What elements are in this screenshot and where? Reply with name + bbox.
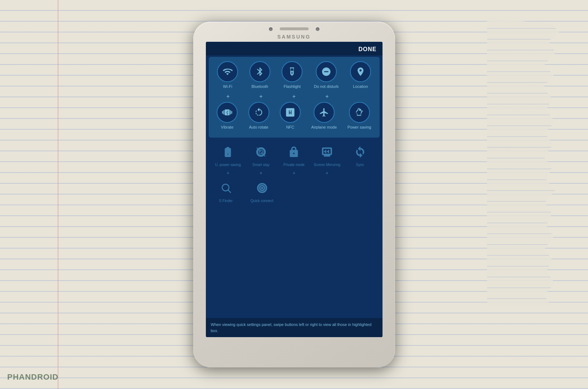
location-circle	[350, 61, 371, 82]
toggle-powersaving[interactable]: Power saving	[348, 102, 371, 130]
inactive-smartstay[interactable]: Smart stay	[247, 143, 275, 167]
bluetooth-label: Bluetooth	[252, 84, 268, 89]
privatemode-label: Private mode	[283, 163, 305, 167]
svg-line-2	[228, 190, 231, 193]
flashlight-label: Flashlight	[284, 84, 301, 89]
quickconnect-icon	[256, 182, 268, 194]
sfinder-icon-wrap	[217, 179, 235, 197]
toggle-airplane[interactable]: Airplane mode	[311, 102, 337, 130]
inactive-sync[interactable]: Sync	[346, 143, 375, 167]
wifi-circle	[217, 61, 238, 82]
inactive-quickconnect[interactable]: Quick connect	[248, 179, 277, 203]
donotdisturb-icon	[321, 67, 331, 77]
camera-sensors	[269, 27, 319, 32]
notebook-red-line	[58, 0, 58, 389]
sfinder-label: S Finder	[219, 199, 233, 203]
sync-label: Sync	[356, 163, 364, 167]
airplane-circle	[314, 102, 335, 123]
plus-row-1: + + + +	[212, 93, 377, 102]
toggle-flashlight[interactable]: Flashlight	[282, 61, 302, 89]
powersaving-icon	[354, 107, 364, 117]
smartstay-icon	[255, 146, 267, 158]
location-icon	[355, 67, 366, 77]
bluetooth-circle	[249, 61, 270, 82]
donotdisturb-label: Do not disturb	[314, 84, 339, 89]
inactive-sfinder[interactable]: S Finder	[212, 179, 240, 203]
quickconnect-label: Quick connect	[251, 199, 273, 203]
sfinder-icon	[220, 182, 232, 194]
toggle-location[interactable]: Location	[350, 61, 371, 89]
privatemode-icon	[288, 146, 300, 158]
plus-btn-i1[interactable]: +	[213, 170, 242, 176]
flashlight-icon	[287, 67, 297, 77]
wifi-icon	[222, 67, 233, 77]
toggle-vibrate[interactable]: Vibrate	[217, 102, 238, 130]
active-row-1: Wi-Fi Bluetooth	[212, 61, 377, 89]
inactive-screenmirroring[interactable]: Screen Mirroring	[313, 143, 341, 167]
powersaving-label: Power saving	[348, 125, 371, 130]
inactive-upowersaving[interactable]: U. power saving	[213, 143, 242, 167]
toggle-bluetooth[interactable]: Bluetooth	[249, 61, 270, 89]
autorotate-label: Auto rotate	[249, 125, 269, 130]
location-label: Location	[353, 84, 368, 89]
plus-btn-i2[interactable]: +	[247, 170, 275, 176]
svg-point-1	[222, 184, 229, 191]
autorotate-circle	[248, 102, 269, 123]
bluetooth-icon	[255, 67, 265, 77]
screen-content: DONE Wi-Fi	[206, 42, 383, 337]
phone-frame: SAMSUNG DONE Wi-Fi	[193, 22, 395, 367]
active-row-2: Vibrate Auto rotate	[212, 102, 377, 130]
vibrate-icon	[222, 107, 232, 117]
toggle-autorotate[interactable]: Auto rotate	[248, 102, 269, 130]
camera-dot-right	[316, 27, 319, 31]
inactive-section: U. power saving Smart stay	[206, 139, 383, 317]
help-text: When viewing quick settings panel, swipe…	[206, 318, 383, 337]
plus-btn-1[interactable]: +	[217, 93, 238, 100]
powersaving-circle	[349, 102, 370, 123]
phone-top: SAMSUNG	[193, 22, 395, 42]
sync-icon-wrap	[352, 143, 369, 161]
airplane-label: Airplane mode	[311, 125, 337, 130]
donotdisturb-circle	[316, 61, 337, 82]
smartstay-label: Smart stay	[252, 163, 270, 167]
upowersaving-icon	[222, 146, 234, 158]
vibrate-circle	[217, 102, 238, 123]
smartstay-icon-wrap	[252, 143, 270, 161]
brand-logo: SAMSUNG	[277, 34, 311, 40]
upowersaving-icon-wrap	[219, 143, 236, 161]
toggle-wifi[interactable]: Wi-Fi	[217, 61, 238, 89]
top-bar: DONE	[206, 42, 383, 55]
plus-btn-i3[interactable]: +	[279, 170, 308, 176]
sync-icon	[354, 146, 366, 158]
done-button[interactable]: DONE	[358, 46, 376, 53]
screenmirroring-icon	[321, 146, 333, 158]
speaker-grille	[280, 27, 309, 30]
flashlight-circle	[282, 61, 302, 82]
bottom-items: S Finder Quick connect	[212, 179, 377, 203]
nfc-icon	[285, 107, 295, 117]
plus-btn-3[interactable]: +	[283, 93, 304, 100]
airplane-icon	[319, 107, 329, 117]
plus-btn-4[interactable]: +	[317, 93, 337, 100]
upowersaving-label: U. power saving	[215, 163, 241, 167]
plus-btn-i4[interactable]: +	[313, 170, 341, 176]
quickconnect-icon-wrap	[253, 179, 271, 197]
screenmirroring-label: Screen Mirroring	[314, 163, 340, 167]
inactive-row-1: U. power saving Smart stay	[212, 143, 377, 167]
nfc-circle	[280, 102, 301, 123]
screenmirroring-icon-wrap	[318, 143, 336, 161]
phandroid-watermark: PHANDROID	[7, 372, 58, 382]
inactive-privatemode[interactable]: Private mode	[279, 143, 308, 167]
wifi-label: Wi-Fi	[223, 84, 232, 89]
phone-screen: DONE Wi-Fi	[206, 42, 383, 337]
toggle-nfc[interactable]: NFC	[280, 102, 301, 130]
plus-btn-2[interactable]: +	[251, 93, 271, 100]
camera-dot-left	[269, 27, 273, 31]
active-section: Wi-Fi Bluetooth	[209, 57, 380, 138]
plus-row-inactive: + + + +	[212, 169, 377, 179]
privatemode-icon-wrap	[285, 143, 302, 161]
toggle-donotdisturb[interactable]: Do not disturb	[314, 61, 339, 89]
nfc-label: NFC	[286, 125, 295, 130]
vibrate-label: Vibrate	[221, 125, 234, 130]
autorotate-icon	[254, 107, 264, 117]
